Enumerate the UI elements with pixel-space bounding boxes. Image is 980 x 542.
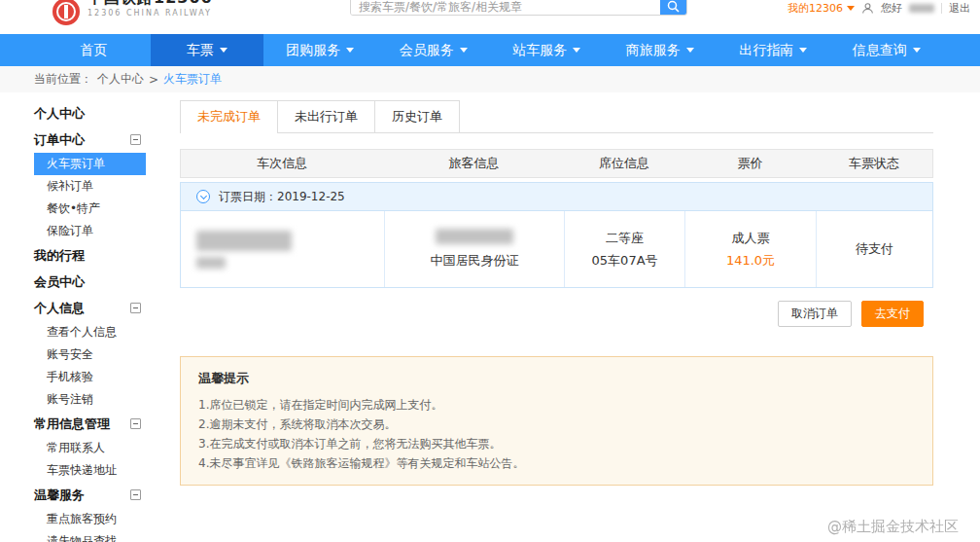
header-account-area: 我的12306 您好 退出	[788, 1, 970, 16]
sidebar-label: 火车票订单	[47, 156, 105, 172]
passenger-id-type: 中国居民身份证	[430, 252, 518, 270]
nav-group-services[interactable]: 团购服务	[263, 34, 377, 66]
collapse-icon[interactable]	[130, 489, 141, 500]
sidebar-label: 账号安全	[47, 346, 93, 363]
search-input[interactable]	[351, 0, 660, 15]
user-icon	[861, 2, 874, 15]
column-train-info: 车次信息	[181, 150, 384, 177]
sidebar-item-key-passenger-reservation[interactable]: 重点旅客预约	[34, 508, 146, 530]
column-passenger-info: 旅客信息	[384, 150, 565, 177]
search-bar	[350, 0, 687, 16]
nav-travel-guide[interactable]: 出行指南	[717, 34, 830, 66]
sidebar-item-account-security[interactable]: 账号安全	[34, 343, 146, 366]
nav-label: 车票	[187, 42, 214, 59]
collapse-icon[interactable]	[130, 303, 141, 313]
nav-station-services[interactable]: 站车服务	[490, 34, 604, 66]
order-tabs: 未完成订单 未出行订单 历史订单	[180, 100, 933, 133]
sidebar-item-order-center[interactable]: 订单中心	[34, 126, 146, 153]
site-logo[interactable]: 中国铁路12306 12306 CHINA RAILWAY	[52, 0, 213, 25]
sidebar-item-phone-verification[interactable]: 手机核验	[34, 366, 146, 388]
nav-label: 商旅服务	[626, 42, 681, 59]
nav-member-services[interactable]: 会员服务	[377, 34, 491, 66]
divider	[941, 3, 942, 14]
site-header: 中国铁路12306 12306 CHINA RAILWAY 我的12306 您好…	[0, 0, 980, 34]
sidebar-item-common-info-management[interactable]: 常用信息管理	[34, 411, 146, 437]
sidebar-label: 餐饮•特产	[47, 200, 100, 217]
chevron-down-icon	[686, 48, 694, 53]
my-12306-label: 我的12306	[788, 1, 843, 16]
sidebar-item-frequent-contacts[interactable]: 常用联系人	[34, 437, 146, 459]
nav-label: 信息查询	[853, 42, 907, 59]
column-seat-info: 席位信息	[564, 150, 684, 177]
sidebar-label: 车票快递地址	[47, 462, 117, 479]
chevron-down-icon	[799, 48, 807, 53]
page-body: 个人中心 订单中心 火车票订单 候补订单 餐饮•特产 保险订单 我的行程 会员中…	[0, 92, 980, 542]
my-12306-menu[interactable]: 我的12306	[788, 1, 855, 16]
warm-tips-line: 4.未尽事宜详见《铁路旅客运输规程》等有关规定和车站公告。	[198, 453, 915, 473]
train-info-cell	[181, 211, 384, 287]
nav-info-query[interactable]: 信息查询	[830, 34, 944, 66]
collapse-icon[interactable]	[130, 418, 141, 429]
sidebar-label: 账号注销	[47, 391, 93, 408]
sidebar-item-dining-specialty[interactable]: 餐饮•特产	[34, 198, 146, 220]
collapse-icon[interactable]	[130, 134, 141, 145]
breadcrumb-current[interactable]: 火车票订单	[163, 71, 222, 88]
order-date-value: 2019-12-25	[277, 190, 345, 203]
column-ticket-status: 车票状态	[816, 150, 932, 177]
collapse-order-icon[interactable]	[196, 190, 210, 203]
chevron-down-icon	[220, 48, 228, 53]
sidebar-item-view-personal-info[interactable]: 查看个人信息	[34, 321, 146, 343]
sidebar-item-account-cancellation[interactable]: 账号注销	[34, 388, 146, 411]
nav-label: 首页	[80, 42, 107, 59]
sidebar-label: 手机核验	[47, 369, 93, 385]
sidebar-item-ticket-delivery-address[interactable]: 车票快递地址	[34, 459, 146, 482]
breadcrumb-separator: >	[149, 73, 158, 87]
search-button[interactable]	[660, 0, 686, 15]
railway-logo-icon	[52, 0, 80, 25]
nav-business-travel[interactable]: 商旅服务	[604, 34, 718, 66]
tab-history-orders[interactable]: 历史订单	[374, 100, 460, 132]
chevron-down-icon	[847, 6, 855, 11]
sidebar-item-warm-services[interactable]: 温馨服务	[34, 482, 146, 508]
nav-label: 出行指南	[739, 42, 793, 59]
sidebar-item-train-ticket-orders[interactable]: 火车票订单	[34, 153, 146, 175]
ticket-status: 待支付	[856, 240, 893, 258]
sidebar-item-waitlist-orders[interactable]: 候补订单	[34, 175, 146, 198]
search-icon	[667, 0, 680, 13]
sidebar-item-personal-center[interactable]: 个人中心	[34, 100, 146, 126]
cancel-order-button[interactable]: 取消订单	[778, 301, 852, 327]
tab-upcoming-orders[interactable]: 未出行订单	[277, 100, 375, 132]
sidebar-label: 会员中心	[34, 273, 85, 291]
nav-home[interactable]: 首页	[37, 34, 151, 66]
redacted-passenger-name	[436, 229, 513, 244]
sidebar-label: 重点旅客预约	[47, 511, 117, 527]
pay-button[interactable]: 去支付	[861, 301, 924, 327]
ticket-type: 成人票	[732, 230, 770, 247]
redacted-train-info	[196, 231, 292, 251]
warm-tips-line: 1.席位已锁定，请在指定时间内完成网上支付。	[198, 395, 915, 415]
logout-link[interactable]: 退出	[949, 1, 970, 16]
order-table-header: 车次信息 旅客信息 席位信息 票价 车票状态	[180, 149, 933, 178]
order-group: 订票日期：2019-12-25 中国居民身份证 二等座 05车07A号 成人票	[180, 182, 933, 288]
sidebar-item-insurance-orders[interactable]: 保险订单	[34, 220, 146, 242]
order-date-text: 订票日期：2019-12-25	[219, 189, 345, 205]
sidebar-item-lost-item-search[interactable]: 遗失物品查找	[34, 530, 146, 542]
breadcrumb-personal-center[interactable]: 个人中心	[97, 71, 144, 88]
nav-tickets[interactable]: 车票	[151, 34, 264, 66]
seat-number: 05车07A号	[592, 252, 658, 270]
breadcrumb: 当前位置： 个人中心 > 火车票订单	[0, 66, 980, 92]
warm-tips-title: 温馨提示	[198, 370, 915, 387]
chevron-down-icon	[460, 48, 468, 53]
logo-title: 中国铁路12306	[88, 0, 213, 9]
breadcrumb-prefix: 当前位置：	[34, 71, 92, 88]
price-cell: 成人票 141.0元	[684, 211, 816, 287]
seat-info-cell: 二等座 05车07A号	[564, 211, 684, 287]
sidebar-item-my-itinerary[interactable]: 我的行程	[34, 242, 146, 269]
tab-unfinished-orders[interactable]: 未完成订单	[180, 100, 278, 133]
order-date-label: 订票日期：	[219, 190, 277, 203]
sidebar-label: 候补订单	[47, 178, 93, 195]
sidebar-item-personal-info[interactable]: 个人信息	[34, 295, 146, 321]
sidebar-label: 订单中心	[34, 131, 85, 149]
chevron-down-icon	[346, 48, 354, 53]
sidebar-item-member-center[interactable]: 会员中心	[34, 269, 146, 295]
